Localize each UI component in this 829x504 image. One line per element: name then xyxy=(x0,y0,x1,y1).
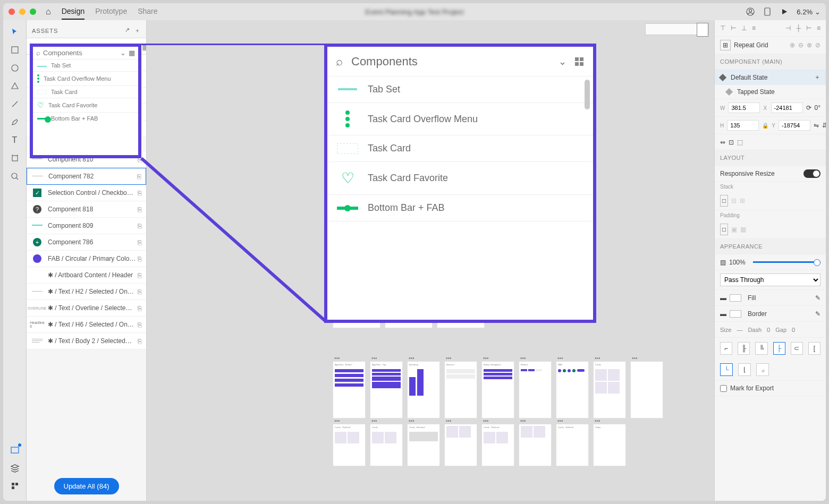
cap-butt-icon[interactable]: ├ xyxy=(773,342,785,355)
asset-item[interactable]: Component 782⎘ xyxy=(27,168,146,185)
padding-same-icon[interactable]: ▣ xyxy=(731,226,737,233)
line-tool[interactable] xyxy=(10,99,20,109)
stroke-center-icon[interactable]: ╟ xyxy=(738,342,750,355)
cap-square-icon[interactable]: [ xyxy=(808,342,820,355)
rectangle-tool[interactable] xyxy=(10,45,20,55)
add-asset-icon[interactable]: ＋ xyxy=(134,27,141,35)
artboard[interactable]: •••Cards xyxy=(593,361,626,418)
border-swatch[interactable] xyxy=(730,310,741,318)
artboard[interactable]: •••App Bars · Top xyxy=(370,361,403,418)
ellipse-tool[interactable] xyxy=(10,63,20,73)
fill-swatch[interactable] xyxy=(730,294,741,302)
asset-item[interactable]: OVERLINE✱ / Text / Overline / Selecte…⎘ xyxy=(27,300,146,317)
asset-item[interactable]: Headline 6✱ / Text / H6 / Selected / On…… xyxy=(27,317,146,333)
zoom-dropdown[interactable]: 6.2%⌄ xyxy=(797,8,820,16)
responsive-toggle[interactable] xyxy=(803,169,820,178)
artboard[interactable]: ••• xyxy=(444,424,477,466)
join-bevel-icon[interactable]: ⟓ xyxy=(756,363,769,376)
artboard[interactable]: ••• xyxy=(519,424,552,466)
artboard[interactable]: •••Bottom Navigation xyxy=(481,361,514,418)
artboard[interactable]: •••Cards xyxy=(370,424,403,466)
stack-v-icon[interactable]: ⊟ xyxy=(731,197,737,204)
flip-h-icon[interactable]: ⇋ xyxy=(814,122,819,129)
border-remove-icon[interactable]: ▬ xyxy=(720,310,726,318)
state-tapped[interactable]: Tapped State xyxy=(715,85,826,99)
lock-aspect-icon[interactable]: 🔒 xyxy=(762,123,768,129)
plugins-icon[interactable] xyxy=(10,481,20,491)
minimap[interactable] xyxy=(645,23,709,35)
asset-item[interactable]: ?Component 818⎘ xyxy=(27,201,146,218)
align-right-icon[interactable]: ⊢ xyxy=(806,24,811,32)
flip-v-icon[interactable]: ⇵ xyxy=(822,122,826,129)
align-vcenter-icon[interactable]: ⊢ xyxy=(731,24,736,32)
fill-remove-icon[interactable]: ▬ xyxy=(720,294,726,302)
fix-position-icon[interactable]: ⊡ xyxy=(729,139,734,146)
play-icon[interactable] xyxy=(780,7,789,16)
asset-item[interactable]: Component 809⎘ xyxy=(27,218,146,234)
repeat-grid-button[interactable]: Repeat Grid xyxy=(734,41,768,49)
layers-icon[interactable] xyxy=(10,463,20,473)
close-icon[interactable] xyxy=(9,8,15,15)
home-icon[interactable]: ⌂ xyxy=(46,7,51,16)
artboard[interactable]: •••Cards · Outlined xyxy=(333,424,366,466)
artboard[interactable]: •••FAB xyxy=(556,361,589,418)
x-input[interactable] xyxy=(771,102,803,113)
tab-prototype[interactable]: Prototype xyxy=(95,4,127,20)
y-input[interactable] xyxy=(779,120,810,131)
select-tool[interactable] xyxy=(10,27,20,37)
cap-round-icon[interactable]: ⊂ xyxy=(791,342,803,355)
tab-design[interactable]: Design xyxy=(62,4,85,20)
boolean-add-icon[interactable]: ⊕ xyxy=(790,41,795,49)
grid-view-icon[interactable]: ▦ xyxy=(142,41,147,52)
artboard[interactable]: •••Banners xyxy=(444,361,477,418)
artboard[interactable]: •••Backdrop xyxy=(407,361,440,418)
add-state-icon[interactable]: ＋ xyxy=(814,73,820,82)
artboard[interactable]: •••Cards · Outlined xyxy=(556,424,589,466)
update-all-button[interactable]: Update All (84) xyxy=(54,478,119,494)
asset-item[interactable]: ✱ / Text / Body 2 / Selected…⎘ xyxy=(27,333,146,349)
stroke-outer-icon[interactable]: ╚ xyxy=(755,342,767,355)
height-input[interactable] xyxy=(727,120,759,131)
align-left-icon[interactable]: ⊣ xyxy=(785,24,791,32)
boolean-subtract-icon[interactable]: ⊖ xyxy=(798,41,803,49)
3d-icon[interactable]: ⬚ xyxy=(737,139,743,146)
stack-h-icon[interactable]: ⊞ xyxy=(740,197,745,204)
join-round-icon[interactable]: ⌊ xyxy=(738,363,751,376)
publish-icon[interactable]: ↗ xyxy=(125,27,130,35)
artboard[interactable]: •••App Bars · Bottom xyxy=(333,361,366,418)
mark-export-checkbox[interactable] xyxy=(720,385,727,392)
asset-item[interactable]: ✱ / Text / H2 / Selected / On…⎘ xyxy=(27,284,146,300)
stroke-inner-icon[interactable]: ⌐ xyxy=(720,342,732,355)
repeat-grid-icon[interactable]: ⊞ xyxy=(720,40,731,50)
align-bottom-icon[interactable]: ⊥ xyxy=(741,24,747,32)
artboard-tool[interactable] xyxy=(10,153,20,164)
align-hdist-icon[interactable]: ≡ xyxy=(817,24,820,32)
padding-sep-icon[interactable]: ▦ xyxy=(740,226,746,233)
padding-off-icon[interactable]: □ xyxy=(720,224,728,235)
align-hcenter-icon[interactable]: ┼ xyxy=(796,24,801,32)
asset-item[interactable]: FAB / Circular / Primary Colo…⎘ xyxy=(27,251,146,267)
asset-item[interactable]: ✓Selection Control / Checkbo…⎘ xyxy=(27,185,146,201)
mobile-preview-icon[interactable] xyxy=(763,7,772,16)
fullscreen-icon[interactable] xyxy=(30,8,36,15)
pen-tool[interactable] xyxy=(10,117,20,127)
opacity-slider[interactable] xyxy=(753,261,820,263)
scrollbar-thumb[interactable] xyxy=(585,80,590,109)
artboard[interactable]: •••Cards · Elevated xyxy=(407,424,440,466)
boolean-intersect-icon[interactable]: ⊗ xyxy=(807,41,812,49)
artboard[interactable]: •••Chips xyxy=(593,424,626,466)
align-top-icon[interactable]: ⊤ xyxy=(720,24,725,32)
artboard[interactable]: •••Cards · Outlined xyxy=(481,424,514,466)
scroll-icon[interactable]: ⇔ xyxy=(720,139,725,146)
rotate-icon[interactable]: ⟳ xyxy=(806,104,811,112)
polygon-tool[interactable] xyxy=(10,81,20,91)
width-input[interactable] xyxy=(728,102,760,113)
asset-item[interactable]: ✱ / Artboard Content / Header⎘ xyxy=(27,267,146,284)
eyedropper-icon[interactable]: ✎ xyxy=(815,310,820,318)
blend-mode-select[interactable]: Pass Through xyxy=(720,274,820,286)
text-tool[interactable]: T xyxy=(10,135,20,146)
zoom-tool[interactable] xyxy=(10,171,20,182)
eyedropper-icon[interactable]: ✎ xyxy=(815,294,820,302)
artboard[interactable]: ••• xyxy=(630,361,663,418)
libraries-icon[interactable] xyxy=(10,445,20,455)
